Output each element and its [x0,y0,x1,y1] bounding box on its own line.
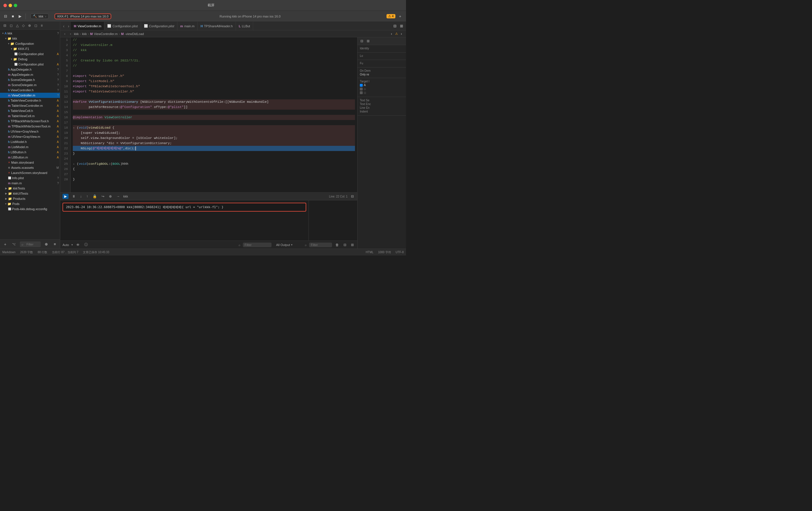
debug-add-btn[interactable]: ⊕ [108,194,113,199]
tree-item-pods[interactable]: ▾ 📁 Pods [0,201,60,207]
status-cursor: 当前行 87，当前列 7 [52,250,78,254]
debug-play-btn[interactable]: ▶ [62,194,68,199]
breadcrumb-item-root[interactable]: kkk [74,32,79,35]
tree-item-scenedelegate-h[interactable]: h SceneDelegate.h ? [0,77,60,82]
bottom-filter-input[interactable] [243,243,271,247]
tree-item-listmodel-h[interactable]: h ListModel.h A [0,139,60,144]
tab-main-m[interactable]: m main.m [177,22,198,30]
checkbox-1[interactable] [360,84,363,87]
sidebar-warn-btn[interactable]: △ [15,23,20,28]
tree-item-tpblack-h[interactable]: h TPBlackWhiteScreenTool.h A [0,118,60,124]
console-split-btn[interactable]: ⊟ [350,194,355,199]
trash-icon-btn[interactable]: 🗑 [334,242,340,247]
breadcrumb-item-file[interactable]: ViewController.m [94,32,118,35]
tree-item-root[interactable]: ▾ A kkk ? [0,31,60,36]
tree-item-uiview-h[interactable]: h UIView+GrayView.h A [0,129,60,134]
tree-item-config-plist-2[interactable]: ⬜ Configuration.plist A [0,62,60,67]
tree-item-launchscreen[interactable]: ✕ LaunchScreen.storyboard [0,170,60,176]
inspector-tab-2[interactable]: ⊞ [366,38,371,44]
expand-bottom-btn[interactable]: ⊞ [350,242,355,247]
debug-step-over-btn[interactable]: ↓ [79,194,83,199]
split-bottom-btn[interactable]: ⊟ [342,242,348,247]
tree-item-config-plist-1[interactable]: ⬜ Configuration.plist A [0,51,60,57]
device-selector[interactable]: KKK-F1 iPhone 14 pro max ios 16.0 [55,14,111,19]
tab-lbbutton[interactable]: L LLBut [236,22,253,30]
run-button[interactable]: ▶ [17,13,23,20]
tree-item-assets[interactable]: ⊕ Assets.xcassets M [0,165,60,170]
tree-item-tableviewcell-h[interactable]: h TableViewCell.h A [0,108,60,113]
checkbox-2[interactable] [360,87,363,90]
code-view[interactable]: 1 2 3 4 5 6 7 8 9 10 11 12 13 [60,37,357,192]
tab-viewcontroller-m[interactable]: M ViewController.m [71,22,105,30]
warning-badge[interactable]: ⚠ 4 [386,14,396,18]
split-editor-button[interactable]: ⊟ [392,23,398,29]
tree-item-tableviewcell-m[interactable]: m TableViewCell.m A [0,113,60,118]
tree-item-tableviewcontroller-m[interactable]: m TableViewController.m A [0,103,60,108]
tab-config-plist-1[interactable]: ⬜ Configuration.plist [105,22,141,30]
stop-button[interactable]: ■ [10,13,16,20]
add-file-button[interactable]: + [2,241,8,248]
tree-item-products[interactable]: ▶ 📁 Products [0,196,60,201]
tab-tpshare-h[interactable]: H TPShareAllHeader.h [198,22,236,30]
tree-item-viewcontroller-h[interactable]: h ViewController.h ? [0,87,60,93]
eye-icon-btn[interactable]: 👁 [75,242,81,247]
sidebar-scm-btn[interactable]: ⊕ [27,23,32,28]
breadcrumb-item-kkk[interactable]: kkk [82,32,87,35]
scheme-selector[interactable]: 🔨 kkk › [30,14,49,19]
tree-item-kkkuitests[interactable]: ▶ 📁 kkkUITests [0,191,60,196]
tree-item-viewcontroller-m[interactable]: m ViewController.m ? [0,93,60,98]
debug-pause-btn[interactable]: ⏸ [71,194,77,199]
nav-right-button[interactable]: › [399,30,404,37]
inspector-tab-1[interactable]: ⊟ [359,38,365,44]
checkbox-3[interactable] [360,91,363,94]
tree-item-info-plist[interactable]: ⬜ Info.plist ? [0,176,60,181]
tree-item-scenedelegate-m[interactable]: m SceneDelegate.m ? [0,82,60,87]
filter-input[interactable] [25,242,39,247]
tree-item-main-m[interactable]: m main.m ? [0,181,60,186]
nav-left-button[interactable]: ‹ [389,30,394,37]
debug-continue-btn[interactable]: → [115,194,121,199]
info-btn[interactable]: ⓘ [83,242,89,248]
tree-item-lbbutton-m[interactable]: m LBButton.m A [0,155,60,160]
tree-item-tpblack-m[interactable]: m TPBlackWhiteScreenTool.m A [0,124,60,129]
tree-item-label: Main.storyboard [11,161,34,164]
tab-forward-button[interactable]: › [66,23,71,30]
tree-item-main-storyboard[interactable]: ✕ Main.storyboard [0,160,60,165]
editor-options-button[interactable]: ⊞ [398,23,405,29]
debug-restart-btn[interactable]: ↪ [100,194,106,199]
minimize-button[interactable] [9,4,12,7]
tree-item-debug[interactable]: ▾ 📁 Debug [0,57,60,62]
sidebar-action-btn[interactable]: ⌥ [10,241,18,247]
chevron-down-icon: ▾ [71,243,73,246]
tree-item-appdelegate-h[interactable]: h AppDelegate.h ? [0,67,60,72]
tree-item-configuration[interactable]: ▾ 📁 Configuration [0,41,60,46]
sidebar-diff-btn[interactable]: ◇ [21,23,26,28]
breadcrumb-item-method[interactable]: -viewDidLoad [125,32,144,35]
filter-sort-btn[interactable]: ≡ [52,241,58,247]
breadcrumb-back[interactable]: ‹ [62,31,67,37]
sidebar-toggle-button[interactable]: ⊟ [2,13,9,20]
tree-item-uiview-m[interactable]: m UIView+GrayView.m A [0,134,60,139]
debug-step-out-btn[interactable]: 🔒 [91,194,98,199]
tree-item-pods-xcconfig[interactable]: ⬜ Pods-kkk.debug.xcconfig [0,207,60,212]
sidebar-search-btn[interactable]: ◻ [9,23,14,28]
tree-item-kkk[interactable]: ▾ 📁 kkk [0,36,60,41]
tree-item-lbbutton-h[interactable]: h LBButton.h A [0,150,60,155]
filter-action-btn[interactable]: ⊕ [43,241,50,247]
add-button[interactable]: ＋ [397,12,404,20]
sidebar-rect-btn[interactable]: ◻ [33,23,38,28]
right-filter-input[interactable] [309,243,332,247]
tree-item-appdelegate-m[interactable]: m AppDelegate.m ? [0,72,60,77]
tree-item-listmodel-m[interactable]: m ListModel.m A [0,144,60,150]
tree-item-kkktests[interactable]: ▶ 📁 kkkTests [0,186,60,191]
sidebar-filter-btn[interactable]: ⊟ [2,23,7,28]
tree-item-tableviewcontroller-h[interactable]: h TableViewController.h A [0,98,60,103]
tab-config-plist-2[interactable]: ⬜ Configuration.plist [141,22,177,30]
breadcrumb-forward[interactable]: › [68,31,73,37]
close-button[interactable] [3,4,7,7]
maximize-button[interactable] [14,4,17,7]
tab-back-button[interactable]: ‹ [61,23,66,30]
sidebar-list-btn[interactable]: ≡ [39,23,44,28]
tree-item-kkkf1[interactable]: ▾ 📁 KKK-F1 [0,46,60,51]
debug-step-into-btn[interactable]: ↑ [85,194,89,199]
